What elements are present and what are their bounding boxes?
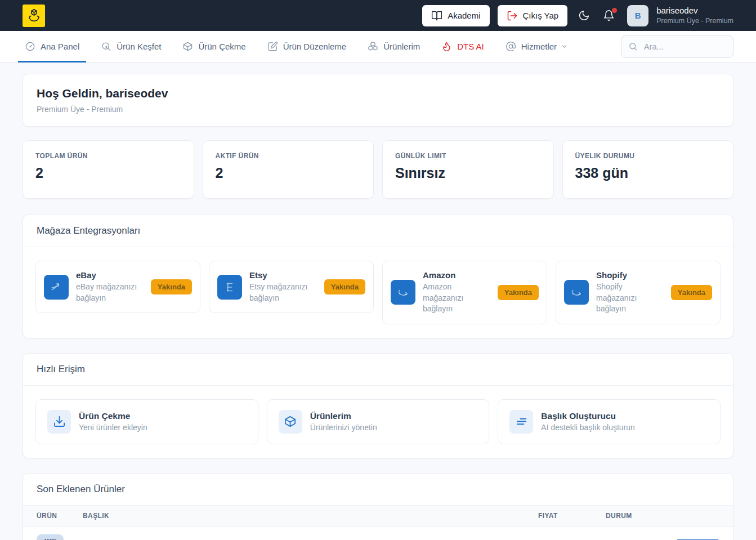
welcome-card: Hoş Geldin, bariseodev Premium Üye - Pre…: [23, 74, 733, 127]
integration-card-amazon[interactable]: Amazon Amazon mağazanızı bağlayın Yakınd…: [382, 261, 547, 324]
text-lines-icon: [509, 410, 533, 434]
stat-label: TOPLAM ÜRÜN: [35, 152, 181, 160]
coming-soon-badge: Yakında: [324, 279, 365, 294]
shopify-icon: [564, 280, 589, 305]
brand-logo[interactable]: [23, 5, 45, 27]
integration-description: Amazon mağazanızı bağlayın: [423, 282, 490, 315]
book-icon: [431, 10, 442, 21]
stat-value: 338 gün: [575, 165, 721, 181]
nav-label: Ürünlerim: [383, 42, 420, 51]
academy-button[interactable]: Akademi: [422, 5, 489, 26]
integrations-grid: eBay eBay mağazanızı bağlayın Yakında Et…: [23, 247, 733, 338]
nav-item-urun-duzenleme[interactable]: Ürün Düzenleme: [265, 31, 349, 62]
stat-card-daily-limit: GÜNLÜK LIMIT Sınırsız: [382, 140, 554, 199]
product-thumbnail: AK680: [37, 534, 64, 540]
package-import-icon: [182, 41, 193, 52]
integration-text: Etsy Etsy mağazanızı bağlayın: [249, 270, 317, 304]
avatar[interactable]: B: [627, 5, 648, 26]
download-icon: [47, 410, 71, 434]
package-hands-logo-icon: [26, 8, 42, 23]
coming-soon-badge: Yakında: [498, 285, 539, 300]
user-name: bariseodev: [656, 6, 733, 16]
quick-card-text: Ürün Çekme Yeni ürünler ekleyin: [79, 411, 147, 432]
search-input[interactable]: [643, 42, 726, 52]
quick-card-text: Ürünlerim Ürünlerinizi yönetin: [310, 411, 377, 432]
etsy-icon: [217, 275, 242, 300]
integration-description: Etsy mağazanızı bağlayın: [249, 282, 317, 304]
quick-card-urun-cekme[interactable]: Ürün Çekme Yeni ürünler ekleyin: [35, 399, 258, 444]
column-header-price: FIYAT: [538, 512, 601, 520]
integration-description: eBay mağazanızı bağlayın: [76, 282, 144, 304]
stat-value: 2: [216, 165, 361, 181]
chevron-down-icon: [561, 43, 568, 50]
quick-card-urunlerim[interactable]: Ürünlerim Ürünlerinizi yönetin: [267, 399, 490, 444]
search-icon: [628, 42, 638, 51]
nav-label: Ürün Çekme: [198, 42, 245, 51]
quick-card-title: Başlık Oluşturucu: [541, 411, 635, 421]
integration-name: eBay: [76, 270, 144, 280]
boxes-icon: [368, 41, 378, 52]
logout-button[interactable]: Çıkış Yap: [498, 5, 568, 26]
notifications-button[interactable]: [600, 7, 617, 25]
nav-item-ana-panel[interactable]: Ana Panel: [23, 31, 82, 62]
quick-card-description: Yeni ürünler ekleyin: [79, 423, 147, 432]
quick-card-text: Başlık Oluşturucu AI destekli başlık olu…: [541, 411, 635, 432]
nav-item-hizmetler[interactable]: Hizmetler: [503, 31, 570, 62]
academy-button-label: Akademi: [448, 11, 480, 20]
integrations-section: Mağaza Entegrasyonları eBay eBay mağazan…: [23, 215, 733, 338]
user-plan: Premium Üye - Premium: [656, 17, 733, 26]
ebay-icon: [44, 275, 69, 300]
quick-access-section-title: Hızlı Erişim: [23, 354, 733, 386]
main-navigation: Ana Panel Ürün Keşfet Ürün Çekme Ürün Dü…: [0, 31, 756, 63]
quick-access-section: Hızlı Erişim Ürün Çekme Yeni ürünler ekl…: [23, 353, 733, 458]
moon-icon: [578, 10, 590, 21]
header-actions: Akademi Çıkış Yap: [422, 5, 733, 26]
services-at-icon: [506, 41, 516, 52]
quick-card-title: Ürün Çekme: [79, 411, 147, 421]
logout-icon: [507, 10, 518, 21]
dark-mode-toggle[interactable]: [575, 7, 592, 25]
column-header-product: ÜRÜN: [37, 512, 78, 520]
integration-text: Amazon Amazon mağazanızı bağlayın: [423, 270, 490, 315]
column-header-status: DURUM: [606, 512, 666, 520]
stat-label: AKTIF ÜRÜN: [216, 152, 361, 160]
nav-label: Ürün Keşfet: [117, 42, 161, 51]
amazon-icon: [391, 280, 415, 305]
nav-item-urunlerim[interactable]: Ürünlerim: [365, 31, 422, 62]
quick-card-baslik-olusturucu[interactable]: Başlık Oluşturucu AI destekli başlık olu…: [498, 399, 721, 444]
integration-card-shopify[interactable]: Shopify Shopify mağazanızı bağlayın Yakı…: [556, 261, 721, 324]
search-box[interactable]: [621, 35, 733, 58]
product-row[interactable]: AK680 Mechanical Keyboard Wired Hot swap…: [23, 527, 733, 540]
integration-name: Shopify: [596, 270, 664, 280]
user-menu[interactable]: bariseodev Premium Üye - Premium: [656, 6, 733, 25]
stat-card-active-products: AKTIF ÜRÜN 2: [203, 140, 374, 199]
integration-text: eBay eBay mağazanızı bağlayın: [76, 270, 144, 304]
nav-label: Hizmetler: [521, 42, 557, 51]
stat-card-total-products: TOPLAM ÜRÜN 2: [23, 140, 194, 199]
recent-products-section: Son Eklenen Ürünler ÜRÜN BAŞLIK FIYAT DU…: [23, 473, 733, 540]
coming-soon-badge: Yakında: [151, 279, 192, 294]
column-header-title: BAŞLIK: [83, 512, 534, 520]
nav-item-urun-kesfet[interactable]: Ürün Keşfet: [99, 31, 163, 62]
stat-card-membership: ÜYELIK DURUMU 338 gün: [562, 140, 734, 199]
stat-label: ÜYELIK DURUMU: [575, 152, 721, 160]
nav-item-urun-cekme[interactable]: Ürün Çekme: [180, 31, 248, 62]
dashboard-gauge-icon: [25, 41, 35, 52]
stat-label: GÜNLÜK LIMIT: [395, 152, 541, 160]
quick-access-grid: Ürün Çekme Yeni ürünler ekleyin Ürünleri…: [23, 386, 733, 458]
integration-card-ebay[interactable]: eBay eBay mağazanızı bağlayın Yakında: [35, 261, 200, 313]
integration-description: Shopify mağazanızı bağlayın: [596, 282, 664, 315]
notification-dot: [612, 8, 617, 13]
welcome-title: Hoş Geldin, bariseodev: [37, 87, 719, 100]
integration-card-etsy[interactable]: Etsy Etsy mağazanızı bağlayın Yakında: [209, 261, 374, 313]
integration-name: Amazon: [423, 270, 490, 280]
integration-text: Shopify Shopify mağazanızı bağlayın: [596, 270, 664, 315]
top-header-bar: Akademi Çıkış Yap: [0, 0, 756, 31]
nav-label: Ana Panel: [41, 42, 79, 51]
nav-item-dts-ai[interactable]: DTS AI: [439, 31, 486, 62]
logout-button-label: Çıkış Yap: [523, 11, 559, 20]
main-content: Hoş Geldin, bariseodev Premium Üye - Pre…: [0, 63, 756, 540]
integrations-section-title: Mağaza Entegrasyonları: [23, 215, 733, 247]
stat-value: Sınırsız: [395, 165, 541, 181]
box-icon: [279, 410, 302, 434]
